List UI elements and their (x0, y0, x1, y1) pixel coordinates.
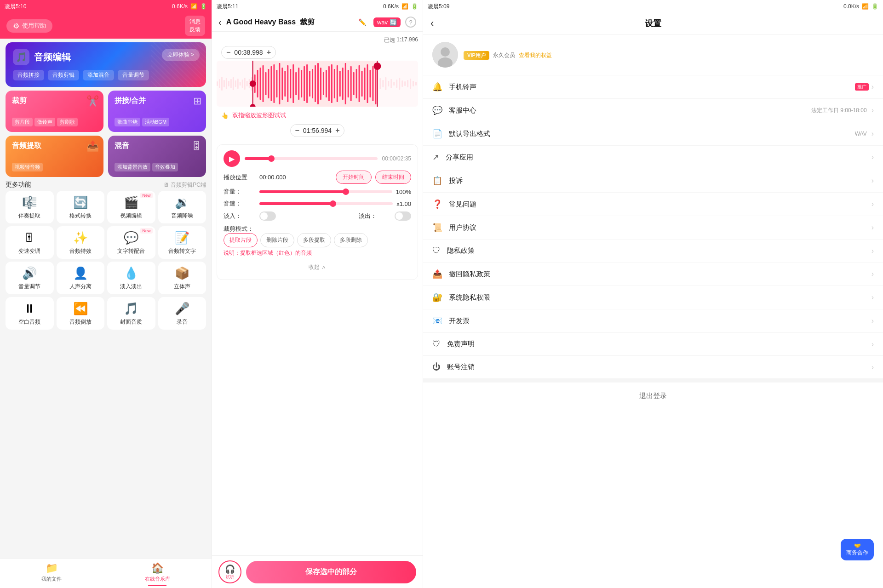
start-time-button[interactable]: 开始时间 (336, 171, 372, 184)
complaint-icon: 📋 (432, 176, 442, 186)
volume-icon: 🔊 (22, 266, 37, 280)
grid-item-reverse[interactable]: ⏪ 音频倒放 (57, 297, 105, 330)
record-label: 录音 (177, 318, 188, 326)
svg-rect-27 (281, 68, 283, 100)
collapse-button[interactable]: 收起 ∧ (224, 261, 411, 274)
nav-files[interactable]: 📁 我的文件 (41, 562, 62, 586)
settings-item-invoice[interactable]: 📧 开发票 › (423, 309, 883, 333)
grid-item-silence[interactable]: ⏸ 空白音频 (6, 297, 54, 330)
gesture-hint: 👆 双指缩放波形图试试 (217, 108, 418, 122)
vip-check-btn[interactable]: 查看我的权益 (519, 51, 552, 59)
settings-item-share[interactable]: ↗ 分享应用 › (423, 146, 883, 169)
selected-info: 已选 1:17.996 (217, 36, 418, 44)
volume-slider[interactable] (259, 190, 392, 193)
reverse-icon: ⏪ (73, 302, 88, 316)
end-time-value: 01:56.994 (303, 127, 332, 134)
settings-profile[interactable]: VIP用户 永久会员 查看我的权益 (423, 34, 883, 75)
revokeprivacy-label: 撤回隐私政策 (449, 270, 872, 279)
biz-float-button[interactable]: 🤝 商务合作 (841, 539, 874, 560)
avatar-image (432, 42, 458, 68)
pc-label: 🖥 音频剪辑PC端 (163, 181, 206, 189)
func-card-merge[interactable]: ⊞ 拼接/合并 歌曲串烧 活动BGM (108, 91, 206, 132)
settings-item-systemperm[interactable]: 🔐 系统隐私权限 › (423, 286, 883, 309)
back-button[interactable]: ‹ (218, 17, 222, 28)
waveform-container[interactable] (217, 61, 418, 107)
message-icon[interactable]: 消息反馈 (185, 16, 205, 36)
help-circle[interactable]: ? (405, 17, 416, 28)
chevron-right-systemperm: › (872, 293, 874, 302)
settings-item-faq[interactable]: ❓ 常见问题 › (423, 193, 883, 216)
svg-rect-11 (242, 80, 243, 88)
fadein-toggle[interactable] (259, 211, 276, 221)
cut-mode-extract[interactable]: 提取片段 (224, 233, 258, 247)
more-section: 更多功能 🖥 音频剪辑PC端 (6, 181, 206, 189)
logout-button[interactable]: 退出登录 (423, 379, 883, 410)
fade-row: 淡入： 淡出： (224, 211, 411, 221)
cut-mode-multidelete[interactable]: 多段删除 (334, 233, 368, 247)
cut-mode-delete[interactable]: 删除片段 (260, 233, 294, 247)
grid-item-stt[interactable]: 📝 音频转文字 (158, 226, 206, 259)
grid-item-record[interactable]: 🎤 录音 (158, 297, 206, 330)
grid-item-accompany[interactable]: 🎼 伴奏提取 (6, 191, 54, 223)
status-time-2: 凌晨5:11 (217, 3, 238, 11)
invoice-label: 开发票 (449, 317, 872, 325)
settings-item-revokeprivacy[interactable]: 📤 撤回隐私政策 › (423, 263, 883, 286)
end-time-button[interactable]: 结束时间 (375, 171, 411, 184)
time-controls-bottom: − 01:56.994 + (217, 122, 418, 141)
help-button[interactable]: ⚙ 使用帮助 (6, 19, 52, 33)
voicesep-icon: 👤 (73, 266, 88, 280)
grid-item-voicesep[interactable]: 👤 人声分离 (57, 262, 105, 294)
svg-rect-59 (369, 70, 371, 97)
wifi-icon: 📶 (190, 3, 197, 10)
start-time-minus[interactable]: − (226, 48, 230, 57)
help-label: 使用帮助 (22, 22, 46, 30)
trial-button[interactable]: 🎧 试听 (218, 560, 241, 583)
start-time-plus[interactable]: + (267, 48, 271, 57)
func-card-mix[interactable]: 🎛 混音 添加背景音效 音效叠加 (108, 136, 206, 177)
func-card-cut[interactable]: ✂️ 裁剪 剪片段 做铃声 剪剧歌 (6, 91, 103, 132)
settings-item-deaccount[interactable]: ⏻ 账号注销 › (423, 356, 883, 379)
grid-item-stereo[interactable]: 📦 立体声 (158, 262, 206, 294)
settings-item-ringtone[interactable]: 🔔 手机铃声 推广 › (423, 75, 883, 99)
exportformat-icon: 📄 (432, 129, 442, 139)
save-button[interactable]: 保存选中的部分 (246, 561, 416, 583)
svg-rect-33 (298, 68, 299, 100)
settings-item-privacy[interactable]: 🛡 隐私政策 › (423, 240, 883, 263)
svg-rect-21 (265, 72, 267, 95)
grid-item-cover[interactable]: 🎵 封面音质 (107, 297, 155, 330)
settings-item-useragreement[interactable]: 📜 用户协议 › (423, 216, 883, 240)
fadeout-toggle[interactable] (395, 211, 411, 221)
grid-item-denoise[interactable]: 🔉 音频降噪 (158, 191, 206, 223)
play-button[interactable]: ▶ (224, 150, 240, 167)
settings-item-complaint[interactable]: 📋 投诉 › (423, 169, 883, 193)
grid-item-videoedit[interactable]: New 🎬 视频编辑 (107, 191, 155, 223)
cut-mode-multiextract[interactable]: 多段提取 (297, 233, 331, 247)
end-time-minus[interactable]: − (295, 126, 299, 135)
edit-icon[interactable]: ✏️ (358, 18, 366, 26)
biz-float-label: 商务合作 (846, 549, 868, 557)
svg-rect-71 (404, 81, 406, 86)
experience-button[interactable]: 立即体验 > (162, 49, 200, 61)
grid-item-format[interactable]: 🔄 格式转换 (57, 191, 105, 223)
settings-item-disclaimer[interactable]: 🛡 免责声明 › (423, 333, 883, 356)
mix-tag-1: 音效叠加 (152, 163, 178, 171)
status-network-1: 0.6K/s (172, 3, 188, 10)
nav-library[interactable]: 🏠 在线音乐库 (145, 562, 170, 586)
grid-item-effect[interactable]: ✨ 音频特效 (57, 226, 105, 259)
grid-item-tts[interactable]: New 💬 文字转配音 (107, 226, 155, 259)
settings-item-exportformat[interactable]: 📄 默认导出格式 WAV › (423, 122, 883, 146)
grid-item-fadeinout[interactable]: 💧 淡入淡出 (107, 262, 155, 294)
speed-slider[interactable] (259, 202, 393, 205)
grid-item-volume[interactable]: 🔊 音量调节 (6, 262, 54, 294)
selected-label: 已选 (384, 36, 395, 44)
grid-item-pitchspeed[interactable]: 🎚 变速变调 (6, 226, 54, 259)
settings-item-service[interactable]: 💬 客服中心 法定工作日 9:00-18:00 › (423, 99, 883, 122)
ringtone-right: 推广 › (853, 83, 874, 91)
func-card-extract[interactable]: 📤 音频提取 视频转音频 (6, 136, 103, 177)
svg-rect-43 (326, 70, 327, 97)
progress-bar[interactable] (245, 157, 378, 160)
end-time-plus[interactable]: + (335, 126, 339, 135)
disclaimer-icon: 🛡 (432, 339, 441, 349)
settings-back-button[interactable]: ‹ (430, 17, 434, 29)
svg-rect-56 (361, 71, 363, 97)
